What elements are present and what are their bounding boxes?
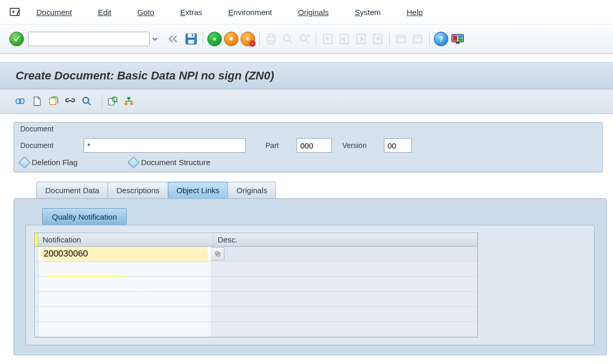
help-button[interactable]: ? <box>433 31 449 47</box>
tab-object-links[interactable]: Object Links <box>168 182 229 198</box>
notification-input[interactable] <box>42 247 208 261</box>
classification-icon[interactable] <box>106 96 118 107</box>
cell-notification[interactable] <box>38 322 211 336</box>
cell-desc[interactable] <box>224 247 477 261</box>
menu-originals[interactable]: Originals <box>298 8 329 17</box>
table-header: Notification Desc. <box>35 233 477 247</box>
menu-extras[interactable]: Extras <box>180 8 203 17</box>
document-structure-label: Document Structure <box>141 158 210 167</box>
cancel-button[interactable]: ✶× <box>240 31 256 47</box>
tab-document-data[interactable]: Document Data <box>36 182 108 198</box>
row-selector[interactable] <box>35 322 38 336</box>
svg-rect-15 <box>414 35 422 43</box>
command-dropdown-icon[interactable] <box>149 33 161 45</box>
page-title: Create Document: Basic Data NPI no sign … <box>0 62 613 89</box>
groupbox-title: Document <box>14 123 602 135</box>
application-toolbar <box>0 89 613 114</box>
hierarchy-icon[interactable] <box>123 96 135 107</box>
shortcut-button <box>410 31 425 47</box>
find-object-icon[interactable] <box>81 96 92 107</box>
system-toolbar: « ✶ ✶× ? <box>0 24 613 54</box>
link-icon[interactable] <box>64 96 76 107</box>
other-doc-icon[interactable] <box>48 96 59 107</box>
col-select <box>35 233 38 246</box>
svg-rect-26 <box>127 97 130 100</box>
cell-desc[interactable] <box>211 292 477 306</box>
document-groupbox: Document Document Part Version Deletion … <box>14 122 603 172</box>
cell-desc[interactable] <box>211 277 477 291</box>
next-page-button <box>353 31 369 47</box>
menu-environment[interactable]: Environment <box>228 8 272 17</box>
document-input[interactable] <box>84 138 246 153</box>
table-row <box>35 262 477 277</box>
tab-originals[interactable]: Originals <box>228 182 276 198</box>
svg-point-7 <box>284 35 290 41</box>
row-selector[interactable] <box>35 292 38 306</box>
svg-rect-2 <box>188 40 194 44</box>
cell-notification[interactable] <box>38 292 211 306</box>
layout-button[interactable] <box>450 31 465 47</box>
toolbar-separator <box>429 32 430 46</box>
new-session-button <box>393 31 409 47</box>
command-input[interactable] <box>28 32 150 46</box>
svg-rect-4 <box>267 37 275 41</box>
subtab-body: Notification Desc. <box>25 225 595 345</box>
table-row <box>35 277 477 292</box>
command-field[interactable] <box>28 32 161 46</box>
cell-notification[interactable] <box>38 277 211 291</box>
tab-descriptions[interactable]: Descriptions <box>108 182 168 198</box>
document-label: Document <box>20 141 73 150</box>
cell-desc[interactable] <box>211 307 477 321</box>
row-selector[interactable] <box>35 262 38 276</box>
main-tabstrip: Document Data Descriptions Object Links … <box>14 182 607 355</box>
version-label: Version <box>342 141 374 150</box>
svg-rect-30 <box>217 253 220 256</box>
create-icon[interactable] <box>31 96 43 107</box>
back-button[interactable]: « <box>207 31 222 47</box>
sap-menu-icon[interactable] <box>9 6 22 18</box>
document-structure-checkbox[interactable]: Document Structure <box>129 158 210 167</box>
deletion-flag-checkbox[interactable]: Deletion Flag <box>20 158 77 167</box>
f4-help-button[interactable] <box>211 247 224 261</box>
table-row <box>35 292 477 307</box>
prev-page-button <box>337 31 352 47</box>
table-row <box>35 307 477 322</box>
subtab-quality-notification[interactable]: Quality Notification <box>42 208 127 225</box>
row-selector[interactable] <box>35 277 38 291</box>
menu-bar: Document Edit Goto Extras Environment Or… <box>0 0 613 24</box>
app-toolbar-separator <box>102 94 102 109</box>
menu-document[interactable]: Document <box>36 8 72 17</box>
row-selector[interactable] <box>35 307 38 321</box>
toolbar-separator <box>203 32 203 46</box>
menu-goto[interactable]: Goto <box>137 8 154 17</box>
find-next-button <box>297 31 312 47</box>
last-page-button <box>370 31 385 47</box>
version-input[interactable] <box>384 138 412 153</box>
svg-rect-5 <box>269 34 274 37</box>
table-row <box>35 322 477 337</box>
toolbar-separator <box>259 32 260 46</box>
tab-body-object-links: Quality Notification Notification Desc. <box>14 198 607 355</box>
menu-help[interactable]: Help <box>407 8 423 17</box>
cell-notification[interactable] <box>38 247 211 261</box>
save-button[interactable] <box>183 31 199 47</box>
cell-notification[interactable] <box>38 262 211 276</box>
row-selector[interactable] <box>35 247 38 261</box>
menu-edit[interactable]: Edit <box>98 8 111 17</box>
table-row <box>35 247 477 262</box>
find-button <box>280 31 296 47</box>
cell-notification[interactable] <box>38 307 211 321</box>
menu-system[interactable]: System <box>355 8 381 17</box>
enter-button[interactable] <box>9 32 24 46</box>
part-label: Part <box>265 141 286 150</box>
display-change-icon[interactable] <box>15 96 26 107</box>
svg-point-23 <box>83 98 89 103</box>
part-input[interactable] <box>297 138 332 153</box>
collapse-left-icon[interactable] <box>165 32 180 46</box>
col-desc[interactable]: Desc. <box>214 233 477 246</box>
exit-button[interactable]: ✶ <box>223 31 239 47</box>
print-button <box>263 31 279 47</box>
cell-desc[interactable] <box>211 322 477 336</box>
cell-desc[interactable] <box>211 262 477 276</box>
col-notification[interactable]: Notification <box>38 233 214 246</box>
